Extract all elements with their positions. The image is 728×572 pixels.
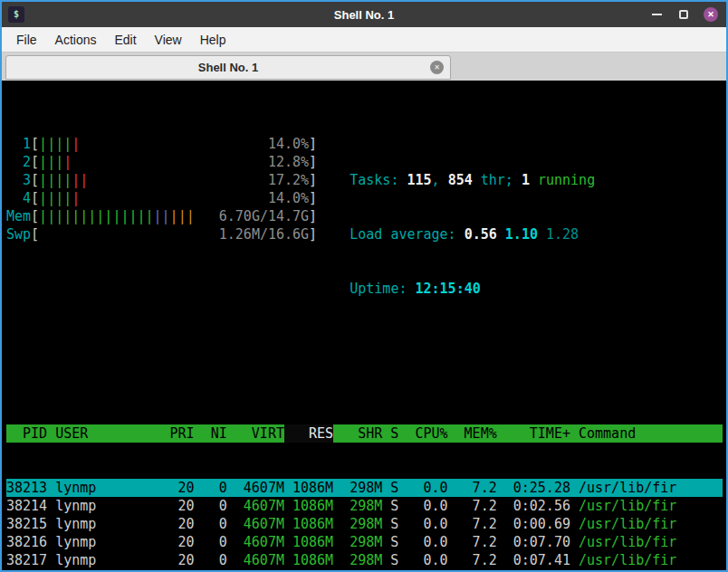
- meter-value: 12.8%: [268, 153, 309, 171]
- meter-tick: |: [80, 208, 88, 224]
- meter-tick: |: [55, 208, 63, 224]
- menu-item-actions[interactable]: Actions: [46, 29, 106, 51]
- cell-ni: 0: [195, 515, 227, 533]
- meter-tick: |: [55, 172, 63, 188]
- tab-close-icon[interactable]: ✕: [430, 61, 444, 74]
- meter-tick: |: [47, 208, 55, 224]
- cell-pri: 20: [154, 569, 195, 570]
- column-header-cmd[interactable]: Command: [579, 424, 636, 443]
- meter-value: 14.0%: [268, 135, 309, 153]
- meter-close-bracket: ]: [309, 136, 317, 152]
- htop-header-area: 1[|||||14.0%]2[||||12.8%]3[||||||17.2%]4…: [6, 135, 723, 334]
- blank-line: [6, 370, 723, 388]
- cell-cmd: /usr/lib/fir: [579, 551, 676, 569]
- cell-shr: 298M: [333, 515, 382, 533]
- process-row[interactable]: 38215lynmp2004607M1086M298MS0.07.20:00.6…: [6, 515, 723, 533]
- meter-tick: |: [47, 172, 55, 188]
- window-title: Shell No. 1: [2, 8, 726, 22]
- process-row[interactable]: 38217lynmp2004607M1086M298MS0.07.20:07.4…: [6, 551, 723, 569]
- cell-s: S: [382, 497, 398, 515]
- cell-virt: 4607M: [227, 569, 284, 570]
- meter-label: 4: [6, 189, 31, 207]
- cell-cmd: /usr/lib/fir: [579, 497, 676, 515]
- meter-close-bracket: ]: [309, 226, 317, 243]
- maximize-button[interactable]: [675, 6, 692, 23]
- column-header-cpu[interactable]: CPU%: [398, 424, 447, 443]
- menu-item-view[interactable]: View: [146, 29, 191, 51]
- cell-user: lynmp: [55, 569, 153, 570]
- meter-tick: |: [72, 172, 80, 188]
- meter-tick: |: [154, 208, 162, 224]
- menu-item-edit[interactable]: Edit: [105, 29, 145, 51]
- stats-column: Tasks: 115, 854 thr; 1 running Load aver…: [350, 135, 595, 334]
- meter-bar: |||||14.0%: [39, 189, 309, 207]
- column-header-shr[interactable]: SHR: [333, 424, 382, 443]
- cell-cpu: 0.0: [398, 479, 447, 497]
- meter-tick: |: [72, 190, 80, 206]
- process-table-body: 38213lynmp2004607M1086M298MS0.07.20:25.2…: [6, 479, 723, 570]
- column-header-s[interactable]: S: [382, 424, 398, 443]
- column-header-virt[interactable]: VIRT: [227, 424, 284, 443]
- meter-label: 3: [6, 171, 31, 189]
- cell-mem: 7.2: [448, 497, 497, 515]
- process-row[interactable]: 38216lynmp2004607M1086M298MS0.07.20:07.7…: [6, 533, 723, 551]
- cell-user: lynmp: [55, 551, 153, 569]
- meter-3: 3[||||||17.2%]: [6, 171, 317, 189]
- close-button[interactable]: ✕: [703, 6, 719, 23]
- load-one: 0.56: [465, 226, 497, 243]
- column-header-ni[interactable]: NI: [195, 424, 227, 443]
- meter-2: 2[||||12.8%]: [6, 153, 317, 171]
- meter-tick: |: [39, 208, 47, 224]
- cell-virt: 4607M: [227, 515, 284, 533]
- meter-tick: |: [72, 208, 80, 224]
- process-row[interactable]: 38214lynmp2004607M1086M298MS0.07.20:02.5…: [6, 497, 723, 515]
- process-row[interactable]: 38218lynmp2004607M1086M298MS0.07.20:07.4…: [6, 569, 723, 570]
- process-row[interactable]: 38213lynmp2004607M1086M298MS0.07.20:25.2…: [6, 479, 723, 497]
- tab-shell[interactable]: Shell No. 1✕: [5, 55, 451, 80]
- column-header-pri[interactable]: PRI: [154, 424, 195, 443]
- load-label: Load average:: [350, 226, 464, 243]
- meter-tick: |: [39, 154, 47, 170]
- cell-cpu: 0.0: [398, 497, 447, 515]
- menu-item-help[interactable]: Help: [191, 29, 235, 51]
- cell-pid: 38214: [6, 497, 47, 515]
- terminal-window: $ Shell No. 1 ✕ FileActionsEditViewHelp …: [0, 0, 728, 572]
- cell-time: 0:07.48: [497, 569, 570, 570]
- minimize-button[interactable]: [648, 6, 665, 23]
- cell-mem: 7.2: [448, 551, 497, 569]
- meter-tick: |: [47, 154, 55, 170]
- cell-pri: 20: [154, 515, 195, 533]
- cell-cpu: 0.0: [398, 533, 447, 551]
- cell-user: lynmp: [55, 533, 153, 551]
- meter-open-bracket: [: [31, 172, 39, 188]
- meter-tick: |: [63, 136, 72, 152]
- cell-ni: 0: [195, 497, 227, 515]
- cell-pid: 38218: [6, 569, 47, 570]
- cell-shr: 298M: [333, 551, 382, 569]
- meter-value: 17.2%: [268, 171, 309, 189]
- uptime-line: Uptime: 12:15:40: [350, 280, 595, 298]
- terminal-icon: $: [8, 6, 24, 23]
- column-header-pid[interactable]: PID: [6, 424, 47, 443]
- meter-tick: |: [63, 208, 72, 224]
- column-header-user[interactable]: USER: [55, 424, 153, 443]
- cell-s: S: [382, 551, 398, 569]
- tasks-count: 115: [407, 172, 431, 188]
- meter-close-bracket: ]: [309, 154, 317, 170]
- meter-open-bracket: [: [31, 136, 39, 152]
- cell-pid: 38215: [6, 515, 47, 533]
- column-header-time[interactable]: TIME+: [497, 424, 570, 443]
- meter-tick: |: [88, 208, 96, 224]
- column-header-mem[interactable]: MEM%: [448, 424, 497, 443]
- cell-time: 0:02.56: [497, 497, 570, 515]
- terminal-screen[interactable]: 1[|||||14.0%]2[||||12.8%]3[||||||17.2%]4…: [2, 81, 726, 570]
- menu-item-file[interactable]: File: [7, 29, 46, 51]
- cell-s: S: [382, 479, 398, 497]
- cell-ni: 0: [195, 569, 227, 570]
- cell-s: S: [382, 569, 398, 570]
- cell-pri: 20: [154, 551, 195, 569]
- cell-shr: 298M: [333, 497, 382, 515]
- cell-mem: 7.2: [448, 479, 497, 497]
- meter-4: 4[|||||14.0%]: [6, 189, 317, 207]
- column-header-res[interactable]: RES: [284, 424, 333, 443]
